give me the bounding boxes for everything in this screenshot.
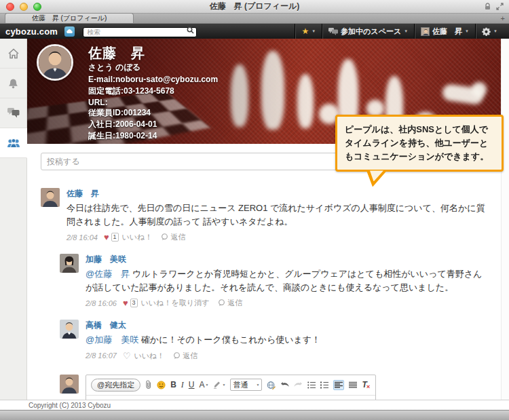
post-text: @佐藤 昇 ウルトラワークとか育児時短とかと、グループウェアはとても相性がいいっ… xyxy=(86,267,490,294)
italic-button[interactable]: I xyxy=(181,381,184,389)
new-tab-button[interactable]: + xyxy=(501,14,505,24)
search-input[interactable] xyxy=(83,27,197,37)
post-text: 今日は往訪先で、先日の雪の日にニュース ZERO1 で流れたサイボウズの人事制度… xyxy=(67,202,490,228)
profile-phone: 固定電話:03-1234-5678 xyxy=(88,85,218,97)
window-title: 佐藤 昇 (プロフィール) xyxy=(0,1,509,12)
underline-button[interactable]: U xyxy=(189,381,195,389)
post-timestamp: 2/8 16:06 xyxy=(86,299,117,307)
avatar[interactable] xyxy=(60,254,79,273)
like-link[interactable]: いいね！ xyxy=(122,232,153,242)
mention-link[interactable]: @佐藤 昇 xyxy=(86,269,130,279)
browser-bottom-bar xyxy=(0,410,509,420)
user-menu[interactable]: 佐藤 昇 ▼ xyxy=(414,24,475,39)
reply-link[interactable]: 返信 xyxy=(161,232,185,242)
gear-icon xyxy=(482,27,491,36)
cybozu-logo[interactable]: cybozu.com xyxy=(5,26,58,37)
page-footer: Copyright (C) 2013 Cybozu xyxy=(0,400,509,410)
settings-menu[interactable]: ▼ xyxy=(475,24,504,39)
like-heart-icon[interactable]: ♥ xyxy=(104,233,109,242)
people-icon xyxy=(7,138,20,148)
caret-down-icon: ▼ xyxy=(256,383,259,387)
align-left-icon[interactable] xyxy=(333,380,344,390)
unlike-link[interactable]: いいね！を取り消す xyxy=(141,298,210,308)
spaces-menu-label: 参加中のスペース xyxy=(341,26,401,37)
app-header: cybozu.com ★ ▼ 参加中のスペース ▼ xyxy=(0,24,509,39)
redo-icon[interactable] xyxy=(294,381,303,388)
reply-text-input[interactable]: @高橋 健太結構使えるから、ネタとしてもっているといいと思うよ xyxy=(86,396,375,400)
profile-kana: さとう のぼる xyxy=(88,62,140,73)
spaces-menu[interactable]: 参加中のスペース ▼ xyxy=(322,24,414,39)
post-timestamp: 2/8 16:04 xyxy=(67,233,98,242)
post-author-link[interactable]: 佐藤 昇 xyxy=(67,188,490,199)
sidebar-item-home[interactable] xyxy=(0,39,26,69)
insert-link-icon[interactable] xyxy=(267,381,276,389)
scrollbar[interactable] xyxy=(501,39,509,400)
profile-birthday: 誕生日:1980-02-14 xyxy=(88,130,157,142)
reply-bubble-icon xyxy=(218,299,225,307)
app-launcher-icon[interactable] xyxy=(64,26,75,37)
numbered-list-icon[interactable] xyxy=(320,381,328,389)
highlight-button[interactable]: ▼ xyxy=(213,381,225,389)
like-heart-icon[interactable]: ♥ xyxy=(123,299,128,307)
tab-strip: 佐藤 昇 (プロフィール) + xyxy=(0,14,509,24)
timeline-post-reply: 高橋 健太 @加藤 美咲 確かに！そのトーク僕もこれから使います！ 2/8 16… xyxy=(60,320,490,361)
spaces-icon xyxy=(328,28,338,35)
search-icon[interactable] xyxy=(187,26,194,34)
home-icon xyxy=(7,48,20,59)
app-sidebar xyxy=(0,39,27,400)
reply-link[interactable]: 返信 xyxy=(173,351,197,361)
reply-editor: @宛先指定 B I U A▼ xyxy=(60,375,490,400)
profile-avatar[interactable] xyxy=(37,44,73,81)
format-style-select[interactable]: 普通▼ xyxy=(230,379,262,391)
reply-link[interactable]: 返信 xyxy=(218,298,242,308)
mention-recipient-button[interactable]: @宛先指定 xyxy=(91,379,140,392)
like-link[interactable]: いいね！ xyxy=(134,351,165,361)
annotation-callout: ピープルは、社内SNSとして個人でタイムラインを持ち、他ユーザーともコミュニケー… xyxy=(335,115,504,187)
avatar[interactable] xyxy=(60,320,79,339)
clear-format-button[interactable]: T× xyxy=(362,381,371,389)
sidebar-item-people[interactable] xyxy=(0,128,27,158)
favorites-menu[interactable]: ★ ▼ xyxy=(295,24,322,39)
browser-tab[interactable]: 佐藤 昇 (プロフィール) xyxy=(5,13,134,23)
main-content: 佐藤 昇 さとう のぼる E-mail:noboru-sato@cybozu.c… xyxy=(27,39,509,400)
sidebar-item-messages[interactable] xyxy=(0,98,26,128)
profile-join-date: 入社日:2006-04-01 xyxy=(88,119,157,130)
profile-employee-id: 従業員ID:001234 xyxy=(88,107,157,119)
user-avatar xyxy=(421,27,430,36)
post-author-link[interactable]: 高橋 健太 xyxy=(86,320,490,331)
mention-link[interactable]: @加藤 美咲 xyxy=(86,335,138,345)
callout-text: ピープルは、社内SNSとして個人でタイムラインを持ち、他ユーザーともコミュニケー… xyxy=(335,115,504,172)
like-count-badge: 3 xyxy=(130,299,138,307)
caret-down-icon: ▼ xyxy=(206,383,209,387)
emoji-picker-icon[interactable] xyxy=(157,381,166,389)
caret-down-icon: ▼ xyxy=(493,29,497,33)
like-heart-outline-icon[interactable]: ♡ xyxy=(123,351,131,360)
window-titlebar: 佐藤 昇 (プロフィール) xyxy=(0,0,509,14)
post-text: @加藤 美咲 確かに！そのトーク僕もこれから使います！ xyxy=(86,333,490,347)
bold-button[interactable]: B xyxy=(170,381,176,389)
avatar[interactable] xyxy=(41,188,60,207)
chat-bubbles-icon xyxy=(7,108,20,118)
rich-text-editor: @宛先指定 B I U A▼ xyxy=(86,375,376,400)
font-color-button[interactable]: A▼ xyxy=(200,381,209,389)
post-author-link[interactable]: 加藤 美咲 xyxy=(86,254,490,265)
browser-window: 佐藤 昇 (プロフィール) 佐藤 昇 (プロフィール) + cybozu.com xyxy=(0,0,509,420)
reply-bubble-icon xyxy=(173,352,181,360)
caret-down-icon: ▼ xyxy=(404,29,408,33)
profile-contact: E-mail:noboru-sato@cybozu.com 固定電話:03-12… xyxy=(88,74,218,109)
search-box xyxy=(83,25,197,37)
bell-icon xyxy=(8,78,18,89)
profile-name: 佐藤 昇 xyxy=(88,44,145,62)
undo-icon[interactable] xyxy=(280,381,289,388)
user-menu-label: 佐藤 昇 xyxy=(432,26,462,37)
align-justify-icon[interactable] xyxy=(349,381,357,389)
caret-down-icon: ▼ xyxy=(312,29,316,33)
editor-toolbar: @宛先指定 B I U A▼ xyxy=(86,375,375,396)
profile-email: E-mail:noboru-sato@cybozu.com xyxy=(88,74,218,85)
attach-file-icon[interactable] xyxy=(145,380,152,389)
bullet-list-icon[interactable] xyxy=(307,381,316,389)
timeline-post: 佐藤 昇 今日は往訪先で、先日の雪の日にニュース ZERO1 で流れたサイボウズ… xyxy=(41,188,490,242)
profile-details: 従業員ID:001234 入社日:2006-04-01 誕生日:1980-02-… xyxy=(88,107,157,142)
like-count-badge: 1 xyxy=(111,233,119,242)
sidebar-item-notifications[interactable] xyxy=(0,69,26,98)
